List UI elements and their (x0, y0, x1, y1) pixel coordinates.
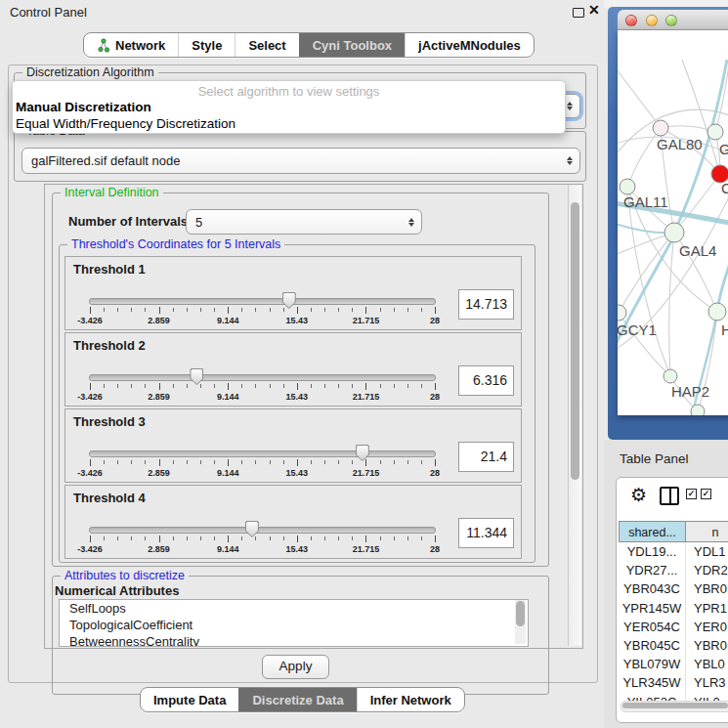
table-row[interactable]: YBL079WYBL0 (619, 655, 728, 673)
tab-network[interactable]: Network (84, 33, 178, 57)
node-label: GCY1 (618, 321, 657, 338)
spinner-arrows-icon (408, 218, 414, 227)
tab-jactivemnodules[interactable]: jActiveMNodules (405, 33, 534, 57)
table-panel: Table Panel ⚙ ✓ ✓ shared... n YDL19...YD… (604, 440, 728, 728)
table-cell[interactable]: YDL1 (686, 542, 728, 561)
table-header-row: shared... n (619, 521, 728, 542)
slider-ticks (90, 383, 435, 392)
tab-label: Style (192, 38, 222, 53)
panel-scrollbar[interactable] (568, 185, 581, 646)
network-node[interactable] (618, 305, 626, 321)
dropdown-prompt: Select algorithm to view settings (13, 84, 565, 99)
split-columns-icon[interactable] (660, 487, 679, 505)
float-window-icon[interactable] (573, 8, 584, 18)
checkbox-icon[interactable]: ✓ (701, 489, 711, 499)
table-cell[interactable]: YDR2 (686, 561, 728, 579)
gear-icon[interactable]: ⚙ (630, 484, 647, 506)
threshold-label: Threshold 1 (73, 262, 146, 277)
network-view-window[interactable]: GAL80GACGAL11GAL4GCY1HHAP2 (608, 7, 728, 440)
close-traffic-light-icon[interactable] (625, 15, 637, 26)
table-row[interactable]: YLR345WYLR3 (619, 673, 728, 692)
table-cell[interactable]: YLR345W (619, 673, 686, 692)
checkbox-icon[interactable]: ✓ (686, 489, 697, 499)
horizontal-scrollbar[interactable] (621, 701, 728, 712)
network-canvas[interactable]: GAL80GACGAL11GAL4GCY1HHAP2 (618, 30, 728, 415)
threshold-4-slider[interactable]: -3.4262.8599.14415.4321.71528 (89, 527, 436, 534)
tab-label: Impute Data (153, 693, 226, 707)
tab-cyni-toolbox[interactable]: Cyni Toolbox (299, 33, 405, 57)
tab-style[interactable]: Style (178, 33, 235, 57)
slider-tick-labels: -3.4262.8599.14415.4321.71528 (90, 544, 435, 555)
list-item[interactable]: SelfLoops (60, 600, 528, 617)
threshold-3-value-field[interactable]: 21.4 (458, 442, 514, 472)
group-title: Attributes to discretize (61, 569, 189, 582)
network-node[interactable] (691, 405, 705, 415)
table-panel-title: Table Panel (620, 451, 689, 466)
list-item[interactable]: TopologicalCoefficient (60, 617, 528, 633)
numerical-attributes-label: Numerical Attributes (55, 583, 179, 598)
zoom-traffic-light-icon[interactable] (665, 15, 677, 26)
tab-select[interactable]: Select (235, 33, 298, 57)
table-panel-body: ⚙ ✓ ✓ shared... n YDL19...YDL1YDR27...YD… (616, 477, 728, 723)
table-cell[interactable]: YBR045C (619, 636, 686, 655)
app-window: Control Panel ✕ Network Style Select Cyn… (0, 0, 728, 728)
table-data-value: galFiltered.sif default node (22, 153, 180, 168)
table-row[interactable]: YDL19...YDL1 (619, 542, 728, 561)
table-row[interactable]: YDR27...YDR2 (619, 561, 728, 579)
table-cell[interactable]: YBR0 (686, 579, 728, 598)
network-node[interactable] (620, 179, 635, 194)
table-cell[interactable]: YER054C (619, 618, 686, 636)
table-cell[interactable]: YLR3 (686, 673, 728, 692)
close-icon[interactable]: ✕ (588, 2, 600, 18)
column-header[interactable]: shared... (619, 521, 686, 542)
column-header[interactable]: n (686, 521, 728, 542)
list-item[interactable]: BetweennessCentrality (60, 633, 528, 647)
tab-label: Infer Network (370, 693, 451, 707)
node-attribute-table[interactable]: shared... n YDL19...YDL1YDR27...YDR2YBR0… (619, 521, 728, 720)
table-row[interactable]: YBR045CYBR0 (619, 636, 728, 655)
threshold-4-value-field[interactable]: 11.344 (458, 518, 514, 548)
threshold-2-value-field[interactable]: 6.316 (458, 365, 514, 396)
tab-infer-network[interactable]: Infer Network (357, 688, 464, 711)
cyni-mode-tabbar: Impute Data Discretize Data Infer Networ… (140, 687, 465, 712)
table-row[interactable]: YER054CYER0 (619, 618, 728, 636)
network-node[interactable] (664, 223, 684, 242)
apply-button[interactable]: Apply (262, 655, 329, 679)
node-label: GA (719, 141, 728, 157)
network-graph: GAL80GACGAL11GAL4GCY1HHAP2 (618, 30, 728, 415)
network-node[interactable] (707, 124, 723, 140)
tab-discretize-data[interactable]: Discretize Data (238, 688, 356, 711)
network-node[interactable] (708, 303, 726, 321)
table-cell[interactable]: YBR0 (686, 636, 728, 655)
table-cell[interactable]: YBL0 (686, 655, 728, 673)
dropdown-option-manual[interactable]: Manual Discretization (16, 100, 151, 114)
threshold-1-panel: Threshold 1 -3.4262.8599.14415.4321.7152… (64, 256, 522, 330)
threshold-1-value-field[interactable]: 14.713 (458, 289, 514, 320)
table-cell[interactable]: YER0 (686, 618, 728, 636)
network-node[interactable] (653, 120, 668, 136)
node-label: GAL80 (657, 136, 703, 152)
table-cell[interactable]: YPR145W (619, 599, 686, 618)
table-cell[interactable]: YBL079W (619, 655, 686, 673)
dropdown-option-equal-width[interactable]: Equal Width/Frequency Discretization (16, 116, 236, 131)
threshold-label: Threshold 3 (73, 414, 146, 429)
tab-impute-data[interactable]: Impute Data (141, 688, 238, 711)
numerical-attributes-list[interactable]: SelfLoopsTopologicalCoefficientBetweenne… (59, 599, 529, 647)
network-node[interactable] (664, 369, 677, 383)
table-cell[interactable]: YPR1 (686, 599, 728, 618)
table-cell[interactable]: YBR043C (619, 579, 686, 598)
threshold-2-slider[interactable]: -3.4262.8599.14415.4321.71528 (89, 374, 436, 381)
list-scrollbar[interactable] (515, 600, 526, 644)
minimize-traffic-light-icon[interactable] (646, 15, 658, 26)
table-data-select[interactable]: galFiltered.sif default node (21, 148, 580, 174)
table-row[interactable]: YPR145WYPR1 (619, 599, 728, 618)
table-cell[interactable]: YDR27... (619, 561, 686, 579)
threshold-1-slider[interactable]: -3.4262.8599.14415.4321.71528 (89, 298, 436, 305)
table-row[interactable]: YBR043CYBR0 (619, 579, 728, 598)
control-panel-tabbar: Network Style Select Cyni Toolbox jActiv… (83, 32, 535, 58)
intervals-spinner[interactable]: 5 (186, 209, 422, 235)
threshold-3-slider[interactable]: -3.4262.8599.14415.4321.71528 (89, 450, 436, 457)
table-cell[interactable]: YDL19... (619, 542, 686, 561)
combo-arrows-icon (567, 156, 573, 165)
slider-ticks (90, 459, 435, 468)
